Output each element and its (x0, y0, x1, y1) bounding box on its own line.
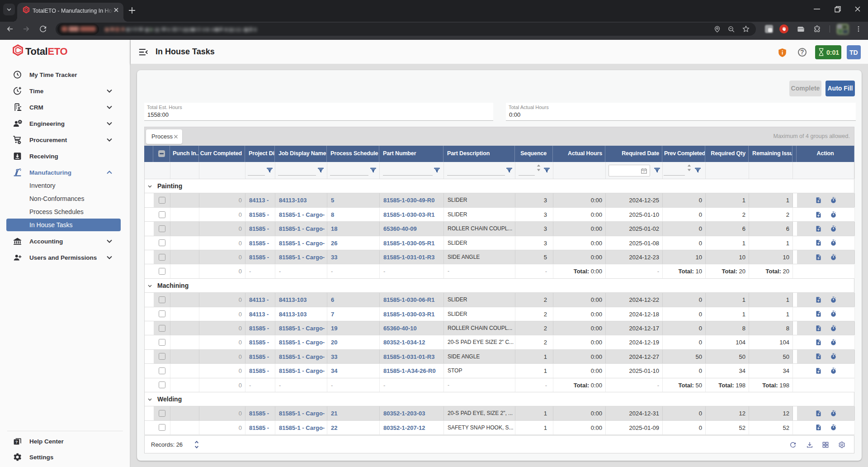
svg-text:?: ? (15, 440, 18, 444)
svg-text:7: 7 (643, 170, 645, 173)
